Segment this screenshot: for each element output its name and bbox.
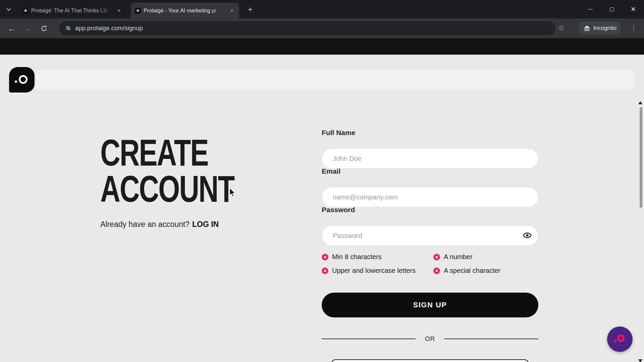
divider-line	[444, 339, 538, 339]
chat-widget-button[interactable]	[607, 326, 633, 352]
chevron-down-icon	[6, 8, 11, 11]
signup-page: CREATE ACCOUNT Already have an account?L…	[0, 38, 644, 362]
browser-tab-active[interactable]: Protaigé - Your AI marketing pr ×	[131, 3, 239, 18]
window-controls: ✕	[580, 0, 644, 18]
incognito-badge: Incognito	[579, 22, 621, 35]
requirement-fail-icon: ×	[433, 267, 440, 274]
browser-toolbar: ← → app.protaige.com/signup ☆	[0, 18, 644, 38]
maximize-icon	[610, 7, 614, 11]
tab-title: Protaigé: The AI That Thinks Lik	[31, 8, 113, 14]
requirement-item: × A special character	[433, 267, 538, 275]
logo-dot	[15, 80, 17, 83]
email-field-wrap	[322, 187, 538, 207]
address-bar[interactable]: app.protaige.com/signup	[59, 21, 555, 35]
protaige-favicon	[22, 8, 29, 14]
page-title-line2: ACCOUNT	[100, 171, 234, 207]
password-input[interactable]	[322, 226, 538, 246]
scrollbar-up-arrow[interactable]	[638, 101, 642, 104]
login-prompt-text: Already have an account?	[100, 220, 190, 229]
tab-close-icon[interactable]: ×	[228, 7, 235, 14]
minimize-icon	[588, 9, 593, 10]
password-label: Password	[322, 206, 355, 214]
full-name-field-wrap	[322, 148, 538, 169]
divider-label: OR	[425, 335, 435, 343]
browser-window: Protaigé: The AI That Thinks Lik × Prota…	[0, 0, 644, 362]
protaige-logo[interactable]	[9, 67, 35, 93]
incognito-icon	[583, 25, 591, 31]
logo-ring	[19, 75, 28, 84]
requirement-item: × Upper and lowercase letters	[322, 267, 433, 275]
requirement-label: Upper and lowercase letters	[332, 267, 416, 275]
window-maximize-button[interactable]	[601, 0, 623, 18]
window-minimize-button[interactable]	[580, 0, 601, 18]
login-link[interactable]: LOG IN	[192, 220, 219, 229]
password-requirements: × Min 8 characters × A number × Upper an…	[322, 253, 538, 275]
tab-close-icon[interactable]: ×	[116, 7, 122, 14]
eye-icon	[523, 232, 532, 239]
window-close-button[interactable]: ✕	[623, 0, 644, 18]
or-divider: OR	[322, 335, 538, 343]
chat-logo-ring	[617, 335, 625, 342]
forward-button[interactable]: →	[21, 22, 34, 35]
requirement-fail-icon: ×	[433, 254, 440, 260]
incognito-label: Incognito	[593, 25, 616, 32]
tab-search-chevron-button[interactable]	[3, 3, 15, 15]
requirement-label: A special character	[444, 267, 500, 275]
signup-form: Full Name Email Password	[322, 38, 538, 362]
divider-line	[322, 339, 416, 339]
browser-menu-button[interactable]: ⋮	[628, 22, 639, 34]
requirement-fail-icon: ×	[322, 254, 328, 260]
page-title: CREATE ACCOUNT	[100, 135, 234, 207]
requirement-label: Min 8 characters	[332, 253, 382, 261]
login-prompt: Already have an account?LOG IN	[100, 220, 219, 229]
password-field-wrap	[322, 226, 538, 246]
sign-up-button[interactable]: SIGN UP	[322, 293, 538, 317]
browser-tab-inactive[interactable]: Protaigé: The AI That Thinks Lik ×	[18, 3, 126, 18]
reload-icon	[41, 25, 47, 32]
bookmark-star-button[interactable]: ☆	[555, 22, 567, 34]
email-input[interactable]	[322, 187, 538, 207]
full-name-label: Full Name	[322, 129, 355, 137]
reload-button[interactable]	[38, 22, 50, 35]
protaige-favicon	[135, 8, 141, 14]
requirement-label: A number	[444, 253, 473, 261]
requirement-item: × Min 8 characters	[322, 253, 433, 261]
full-name-input[interactable]	[322, 148, 538, 169]
new-tab-button[interactable]: +	[245, 4, 256, 15]
site-settings-icon	[65, 25, 71, 31]
url-text: app.protaige.com/signup	[75, 25, 143, 32]
scrollbar-down-arrow[interactable]	[638, 359, 642, 362]
social-signup-button-partial[interactable]	[331, 359, 529, 362]
back-button[interactable]: ←	[5, 22, 18, 35]
requirement-fail-icon: ×	[322, 267, 328, 274]
requirement-item: × A number	[433, 253, 538, 261]
show-password-button[interactable]	[522, 231, 532, 241]
tab-title: Protaigé - Your AI marketing pr	[144, 8, 226, 14]
tab-bar: Protaigé: The AI That Thinks Lik × Prota…	[0, 0, 644, 18]
page-title-line1: CREATE	[100, 135, 234, 171]
scrollbar-thumb[interactable]	[640, 107, 642, 208]
email-label: Email	[322, 167, 340, 175]
chat-logo-dot	[614, 340, 616, 342]
